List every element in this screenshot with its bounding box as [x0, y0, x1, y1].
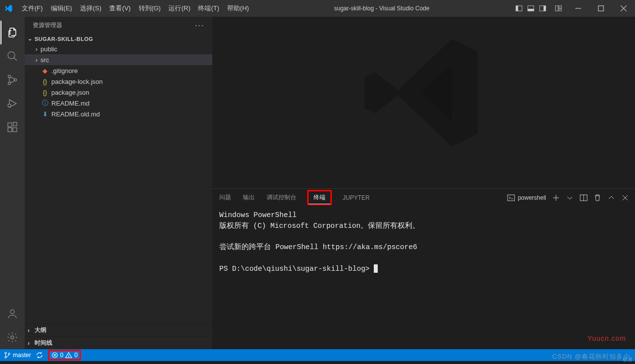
status-branch[interactable]: master [4, 352, 31, 359]
terminal-cursor [374, 264, 378, 273]
menu-run[interactable]: 运行(R) [164, 1, 194, 16]
split-terminal-icon[interactable] [580, 194, 588, 202]
close-panel-icon[interactable] [621, 194, 629, 202]
tree-file-gitignore[interactable]: ◆ .gitignore [25, 65, 212, 76]
sync-icon [36, 352, 43, 359]
svg-point-17 [14, 79, 17, 81]
run-debug-tab[interactable] [0, 92, 24, 115]
menu-view[interactable]: 查看(V) [105, 1, 134, 16]
tree-folder-src[interactable]: › src [25, 54, 212, 65]
sidebar-more-icon[interactable]: ··· [195, 21, 204, 30]
settings-tab[interactable] [0, 326, 24, 349]
menu-selection[interactable]: 选择(S) [76, 1, 105, 16]
tree-label: README.old.md [51, 110, 100, 118]
tree-folder-public[interactable]: › public [25, 43, 212, 54]
svg-line-14 [14, 58, 17, 61]
status-bar: master 0 0 [0, 349, 635, 361]
editor-area: 问题 输出 调试控制台 终端 JUPYTER powershell [212, 17, 635, 349]
new-terminal-icon[interactable] [552, 194, 560, 202]
tree-file-readme[interactable]: ⓘ README.md [25, 98, 212, 109]
error-count: 0 [60, 352, 64, 359]
tree-file-package-lock[interactable]: {} package-lock.json [25, 76, 212, 87]
toggle-panel-icon[interactable] [527, 5, 534, 12]
tree-label: src [40, 56, 49, 64]
panel-tab-terminal[interactable]: 终端 [307, 190, 332, 205]
maximize-panel-icon[interactable] [607, 194, 615, 202]
json-icon: {} [40, 89, 49, 96]
menu-go[interactable]: 转到(G) [135, 1, 165, 16]
outline-label: 大纲 [35, 326, 46, 334]
panel-tab-debug-console[interactable]: 调试控制台 [266, 190, 297, 205]
tree-file-readme-old[interactable]: ⬇ README.old.md [25, 109, 212, 119]
git-icon: ◆ [40, 67, 49, 74]
explorer-tab[interactable] [0, 21, 24, 44]
outline-section[interactable]: › 大纲 [25, 324, 212, 336]
svg-rect-25 [508, 195, 515, 201]
svg-rect-8 [559, 9, 561, 11]
svg-point-24 [11, 336, 14, 339]
tree-file-package-json[interactable]: {} package.json [25, 87, 212, 98]
watermark-yuucn: Yuucn.com [588, 334, 626, 342]
chevron-right-icon: › [33, 45, 40, 53]
panel-tab-output[interactable]: 输出 [242, 190, 256, 205]
tree-label: .gitignore [51, 67, 78, 74]
activity-bar [0, 17, 25, 349]
watermark-csdn: CSDN @春花秋时知多少 [552, 352, 630, 361]
arrow-down-icon: ⬇ [40, 110, 49, 118]
terminal-shell-selector[interactable]: powershell [507, 194, 546, 202]
tree-label: package-lock.json [51, 78, 103, 85]
source-control-tab[interactable] [0, 68, 24, 92]
accounts-tab[interactable] [0, 302, 24, 326]
chevron-right-icon: › [28, 340, 35, 347]
timeline-section[interactable]: › 时间线 [25, 336, 212, 349]
chevron-down-icon[interactable] [566, 194, 574, 202]
terminal-content[interactable]: Windows PowerShell 版权所有 (C) Microsoft Co… [212, 206, 635, 349]
search-tab[interactable] [0, 44, 24, 68]
svg-point-34 [8, 353, 10, 355]
svg-point-33 [5, 357, 6, 358]
svg-rect-21 [13, 128, 17, 132]
panel-tabs: 问题 输出 调试控制台 终端 JUPYTER powershell [212, 189, 635, 206]
kill-terminal-icon[interactable] [594, 194, 601, 202]
file-tree: › public › src ◆ .gitignore {} package-l… [25, 43, 212, 119]
svg-rect-10 [598, 6, 604, 11]
workspace-folder[interactable]: ⌄ SUGAR-SKILL-BLOG [25, 34, 212, 43]
title-bar: 文件(F) 编辑(E) 选择(S) 查看(V) 转到(G) 运行(R) 终端(T… [0, 0, 635, 17]
status-sync[interactable] [36, 352, 43, 359]
svg-rect-22 [13, 122, 17, 126]
svg-rect-5 [544, 6, 546, 11]
panel-tab-jupyter[interactable]: JUPYTER [342, 191, 371, 204]
status-problems[interactable]: 0 0 [48, 350, 81, 361]
editor-empty [212, 17, 635, 188]
customize-layout-icon[interactable] [555, 5, 562, 12]
vscode-logo-icon [4, 4, 13, 13]
panel-tab-problems[interactable]: 问题 [218, 190, 232, 205]
svg-point-13 [8, 52, 15, 59]
shell-name: powershell [518, 194, 546, 201]
tree-label: package.json [51, 89, 89, 96]
svg-rect-3 [528, 9, 534, 11]
window-title: sugar-skill-blog - Visual Studio Code [253, 5, 511, 12]
menu-help[interactable]: 帮助(H) [223, 1, 253, 16]
svg-point-32 [5, 352, 6, 354]
minimize-button[interactable] [567, 0, 590, 17]
chevron-down-icon: ⌄ [28, 36, 34, 42]
menu-terminal[interactable]: 终端(T) [194, 1, 223, 16]
sidebar-header: 资源管理器 ··· [25, 17, 212, 34]
warning-icon [65, 352, 72, 359]
maximize-button[interactable] [590, 0, 612, 17]
folder-name: SUGAR-SKILL-BLOG [35, 36, 93, 42]
toggle-primary-sidebar-icon[interactable] [516, 5, 522, 12]
tree-label: README.md [51, 100, 89, 107]
watermark-opacity: 0.8 [623, 356, 632, 363]
window-controls [567, 0, 635, 17]
close-button[interactable] [612, 0, 635, 17]
explorer-sidebar: 资源管理器 ··· ⌄ SUGAR-SKILL-BLOG › public › … [25, 17, 212, 349]
menu-edit[interactable]: 编辑(E) [47, 1, 76, 16]
toggle-secondary-sidebar-icon[interactable] [539, 5, 546, 12]
menu-file[interactable]: 文件(F) [18, 1, 47, 16]
timeline-label: 时间线 [35, 339, 52, 347]
extensions-tab[interactable] [0, 115, 24, 139]
svg-rect-19 [8, 123, 12, 127]
warning-count: 0 [74, 352, 78, 359]
